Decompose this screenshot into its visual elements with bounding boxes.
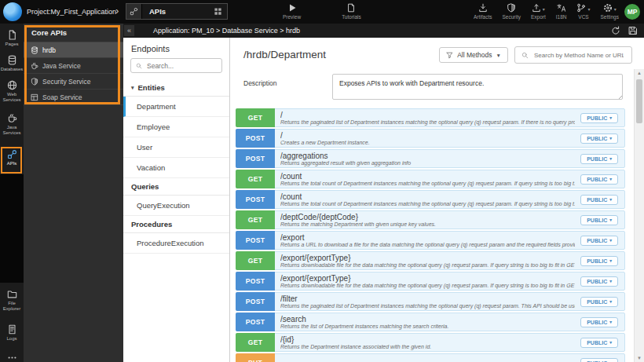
top-item-label: Artifacts (474, 14, 492, 20)
api-description: Returns the Department instance associat… (280, 344, 575, 350)
app-logo-icon[interactable] (3, 2, 22, 21)
top-item-label: Preview (283, 14, 301, 20)
scrollbar-thumb[interactable] (636, 79, 642, 123)
method-search[interactable] (514, 46, 632, 64)
access-dropdown[interactable]: PUBLIC▾ (580, 317, 618, 327)
caret-down-icon: ▾ (609, 279, 612, 283)
collapse-panel-icon[interactable]: « (124, 25, 134, 36)
access-dropdown[interactable]: PUBLIC▾ (580, 276, 618, 287)
grid-icon[interactable] (214, 7, 222, 16)
top-item-settings[interactable]: ▾Settings (601, 2, 620, 20)
apis-selector[interactable]: APIs (126, 3, 228, 20)
caret-down-icon: ▾ (609, 136, 612, 141)
project-name[interactable]: Project:My_First_Application (27, 8, 116, 16)
endpoint-item-queryexecution[interactable]: QueryExecution (123, 196, 229, 216)
endpoint-item-employee[interactable]: Employee (123, 117, 229, 137)
core-apis-panel: Core APIs hrdbJava ServiceSecurity Servi… (24, 24, 123, 362)
log-icon (7, 324, 17, 335)
access-dropdown[interactable]: PUBLIC▾ (580, 358, 618, 362)
methods-filter-dropdown[interactable]: All Methods ▼ (439, 47, 508, 63)
core-api-item-label: Security Service (42, 78, 90, 86)
access-dropdown[interactable]: PUBLIC▾ (580, 215, 618, 225)
access-dropdown[interactable]: PUBLIC▾ (580, 174, 618, 185)
api-description: Returns the list of Department instances… (280, 324, 575, 330)
api-rows-list: GET/Returns the paginated list of Depart… (236, 108, 625, 362)
core-api-item-java-service[interactable]: Java Service (24, 58, 123, 74)
top-item-preview[interactable]: Preview (283, 2, 301, 20)
access-label: PUBLIC (587, 136, 607, 141)
endpoints-section-queries[interactable]: Queries (123, 178, 229, 196)
endpoints-search-input[interactable] (145, 61, 217, 71)
method-badge: POST (236, 231, 275, 250)
api-row: GET/{id}Returns the Department instance … (236, 333, 625, 352)
avatar[interactable]: MP (624, 4, 640, 20)
endpoints-section-procedures[interactable]: Procedures (123, 216, 229, 233)
access-label: PUBLIC (587, 320, 607, 325)
endpoint-item-user[interactable]: User (123, 137, 229, 158)
endpoint-item-procedureexecution[interactable]: ProcedureExecution (123, 233, 229, 254)
method-badge: POST (236, 129, 275, 148)
access-dropdown[interactable]: PUBLIC▾ (580, 297, 618, 307)
scroll-up-icon[interactable]: ▲ (635, 71, 644, 75)
api-row: GET/export/{exportType}Returns downloada… (236, 251, 625, 270)
endpoint-item-vacation[interactable]: Vacation (123, 158, 229, 178)
core-api-item-label: hrdb (42, 46, 56, 54)
artifacts-icon (478, 3, 488, 13)
refresh-icon[interactable] (611, 26, 620, 35)
core-api-item-security-service[interactable]: Security Service (24, 74, 123, 90)
top-item-export[interactable]: ▾Export (531, 2, 546, 20)
top-item-security[interactable]: Security (502, 2, 520, 20)
endpoints-search[interactable] (130, 58, 222, 73)
rail-item-logs[interactable]: Logs (0, 323, 24, 342)
access-dropdown[interactable]: PUBLIC▾ (580, 113, 618, 123)
top-center-group: PreviewTutorials (283, 2, 361, 20)
method-search-input[interactable] (532, 51, 625, 60)
caret-down-icon: ▾ (609, 156, 612, 161)
scroll-down-icon[interactable]: ▼ (635, 356, 644, 360)
caret-down-icon: ▾ (609, 218, 612, 222)
core-api-item-label: Java Service (42, 62, 81, 70)
top-item-tutorials[interactable]: Tutorials (342, 2, 361, 20)
top-item-artifacts[interactable]: Artifacts (474, 2, 492, 20)
top-right-group: ArtifactsSecurity▾ExportI18N▾VCS▾Setting… (474, 2, 619, 20)
save-icon[interactable] (628, 26, 638, 35)
breadcrumb-actions (611, 26, 638, 35)
caret-down-icon: ▾ (609, 320, 612, 324)
endpoint-item-department[interactable]: Department (123, 97, 229, 117)
api-description: Returns downloadable file for the data m… (280, 262, 575, 269)
left-rail: PagesDatabasesWeb ServicesJava ServicesA… (0, 24, 24, 362)
access-dropdown[interactable]: PUBLIC▾ (580, 256, 618, 266)
top-item-label: Settings (601, 14, 620, 20)
access-dropdown[interactable]: PUBLIC▾ (580, 338, 618, 348)
api-row: POST/aggregationsReturns aggregated resu… (236, 149, 625, 168)
endpoints-list: ▾EntitiesDepartmentEmployeeUserVacationQ… (123, 79, 229, 254)
access-label: PUBLIC (587, 156, 607, 162)
core-api-item-soap-service[interactable]: Soap Service (24, 90, 123, 105)
rail-item-label: File Explorer (0, 301, 24, 312)
breadcrumb: Application: PM_10 > Database Service > … (153, 27, 300, 35)
top-item-vcs[interactable]: ▾VCS (576, 2, 590, 20)
access-dropdown[interactable]: PUBLIC▾ (580, 195, 618, 205)
endpoints-section-entities[interactable]: ▾Entities (123, 79, 229, 97)
description-field[interactable]: Exposes APIs to work with Department res… (332, 74, 623, 100)
caret-down-icon: ▾ (609, 238, 612, 243)
core-api-item-hrdb[interactable]: hrdb (24, 42, 123, 58)
search-icon (521, 52, 529, 59)
scrollbar[interactable]: ▲ ▼ (634, 69, 644, 362)
api-path: /export/{exportType} (280, 274, 575, 283)
access-dropdown[interactable]: PUBLIC▾ (580, 154, 618, 164)
access-dropdown[interactable]: PUBLIC▾ (580, 236, 618, 246)
api-path: /export (280, 233, 575, 242)
shield-icon (507, 3, 516, 13)
api-row: POST/searchReturns the list of Departmen… (236, 313, 625, 331)
endpoints-section-label: Procedures (131, 220, 172, 229)
api-path: /filter (280, 294, 575, 303)
rail-item-more-icon[interactable] (0, 351, 24, 362)
top-item-i18n[interactable]: I18N (556, 2, 567, 20)
access-dropdown[interactable]: PUBLIC▾ (580, 133, 618, 144)
caret-down-icon: ▾ (609, 197, 612, 202)
method-badge: POST (236, 272, 275, 291)
caret-down-icon: ▾ (614, 6, 617, 13)
rail-item-file-explorer[interactable]: File Explorer (0, 287, 24, 312)
api-row: GET/deptCode/{deptCode}Returns the match… (236, 210, 625, 229)
